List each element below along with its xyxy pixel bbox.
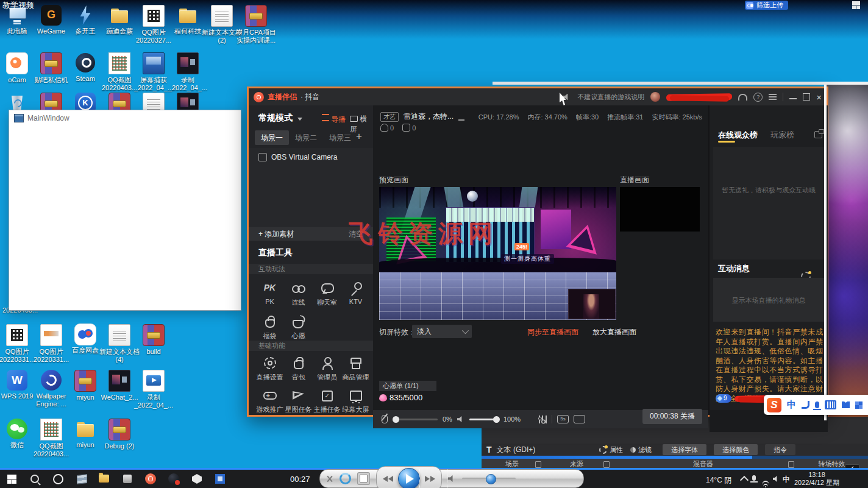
taskbar-pin-icon[interactable] bbox=[121, 472, 134, 486]
pen-icon[interactable] bbox=[802, 401, 809, 409]
tool-shop[interactable]: 商品管理 bbox=[341, 355, 370, 382]
keyboard-icon[interactable] bbox=[825, 400, 836, 409]
edit-pencil-icon[interactable] bbox=[458, 113, 464, 121]
rewind-button[interactable] bbox=[383, 476, 393, 482]
command-button[interactable]: 指令 bbox=[765, 444, 795, 455]
tab-online-audience[interactable]: 在线观众榜 bbox=[718, 130, 758, 140]
tray-volume-icon[interactable] bbox=[773, 476, 780, 482]
taskbar-cortana-icon[interactable] bbox=[51, 472, 65, 486]
service-icon[interactable] bbox=[738, 94, 747, 101]
scene-tab-3[interactable]: 场景三 bbox=[323, 130, 357, 145]
director-button[interactable]: 导播 bbox=[322, 114, 346, 125]
zoom-live-button[interactable]: 放大直播画面 bbox=[592, 327, 636, 338]
copy-icon[interactable] bbox=[535, 461, 541, 468]
maximize-button[interactable] bbox=[803, 93, 810, 101]
tool-link[interactable]: 连线 bbox=[284, 280, 313, 307]
tab-players[interactable]: 玩家榜 bbox=[770, 130, 794, 140]
stop-button[interactable] bbox=[360, 475, 368, 483]
tray-network-icon[interactable] bbox=[762, 481, 769, 488]
player-volume-slider[interactable] bbox=[462, 478, 516, 480]
app-titlebar[interactable]: 直播伴侣 · 抖音 不建议直播的游戏说明 ? × bbox=[249, 88, 827, 105]
wish-list-title[interactable]: 心愿单 (1/1) bbox=[379, 381, 436, 391]
desktop-icon-Debug (2)[interactable]: Debug (2) bbox=[98, 419, 141, 450]
transition-select[interactable]: 淡入 bbox=[412, 325, 472, 338]
avatar[interactable] bbox=[650, 92, 660, 102]
main-window-titlebar[interactable]: MainWindow bbox=[9, 110, 241, 126]
scene-tab-1[interactable]: 场景一 bbox=[255, 130, 289, 145]
add-material-button[interactable]: + 添加素材 bbox=[258, 229, 294, 239]
output-volume-slider[interactable] bbox=[469, 419, 499, 420]
player-volume-icon[interactable] bbox=[448, 475, 456, 482]
taskbar-folder-icon[interactable] bbox=[98, 472, 111, 486]
grid-icon[interactable] bbox=[852, 1, 860, 9]
skin-icon[interactable] bbox=[842, 401, 850, 408]
game-notice-link[interactable]: 不建议直播的游戏说明 bbox=[577, 93, 644, 102]
taskbar-live-icon[interactable] bbox=[144, 472, 157, 486]
preview-canvas[interactable]: 245! 测一测身高体重 bbox=[379, 187, 616, 320]
tray-expand-icon[interactable] bbox=[740, 476, 749, 484]
tool-gamepad[interactable]: 游戏推广 bbox=[255, 387, 284, 414]
tool-backpack[interactable]: 背包 bbox=[284, 355, 313, 382]
slider-knob[interactable] bbox=[393, 416, 399, 423]
ime-toolbar[interactable]: S 中 bbox=[764, 395, 868, 415]
slider-knob[interactable] bbox=[493, 416, 500, 423]
upload-pill-button[interactable]: 筛选上传 bbox=[745, 1, 788, 10]
mixer-icon[interactable] bbox=[539, 416, 547, 423]
desktop-icon-录制[interactable]: 录制 _2022_04_... bbox=[132, 370, 176, 409]
taskbar-appblue-icon[interactable] bbox=[213, 472, 227, 486]
tool-settings[interactable]: 直播设置 bbox=[255, 355, 284, 382]
tool-green-screen[interactable]: 绿幕大屏 bbox=[341, 387, 370, 414]
tool-lucky-bag[interactable]: 福袋 bbox=[255, 314, 284, 341]
taskbar-music-icon[interactable] bbox=[167, 472, 180, 486]
screen-record-icon[interactable] bbox=[574, 415, 585, 423]
select-color-button[interactable]: 选择颜色 bbox=[714, 444, 758, 455]
tool-admin[interactable]: 管理员 bbox=[313, 355, 341, 382]
mic-volume-slider[interactable] bbox=[393, 419, 438, 420]
obs-properties-button[interactable]: 属性 bbox=[599, 445, 623, 454]
scene-tab-2[interactable]: 场景二 bbox=[289, 130, 323, 145]
copy-icon[interactable] bbox=[603, 461, 610, 468]
volume-knob[interactable] bbox=[486, 474, 496, 484]
taskbar-stack-icon[interactable] bbox=[74, 472, 88, 486]
obs-filters-button[interactable]: 滤镜 bbox=[630, 445, 652, 454]
taskbar-start-icon[interactable] bbox=[5, 472, 18, 486]
copy-icon[interactable] bbox=[788, 461, 794, 468]
obs-source-row[interactable]: T 文本 (GDI+) 属性 滤镜 选择字体 选择颜色 指令 bbox=[482, 444, 868, 456]
ime-language-toggle[interactable]: 中 bbox=[787, 399, 796, 411]
taskbar-search-icon[interactable] bbox=[28, 472, 41, 486]
popout-icon[interactable] bbox=[814, 131, 822, 138]
tool-star-task[interactable]: 星图任务 bbox=[284, 387, 313, 414]
tool-wish-teapot[interactable]: 心愿 bbox=[284, 314, 313, 341]
tool-chat[interactable]: 聊天室 bbox=[313, 280, 341, 307]
tool-pk[interactable]: PK bbox=[255, 280, 284, 305]
taskbar-unity-icon[interactable] bbox=[190, 472, 204, 486]
main-window[interactable]: MainWindow bbox=[9, 110, 241, 311]
minimize-button[interactable] bbox=[789, 98, 797, 99]
speaker-icon[interactable] bbox=[457, 416, 464, 422]
sogou-logo-icon[interactable]: S bbox=[767, 398, 781, 412]
play-button[interactable] bbox=[398, 468, 420, 488]
mic-icon[interactable] bbox=[815, 401, 819, 408]
fast-forward-button[interactable] bbox=[425, 476, 435, 482]
muted-mic-icon[interactable] bbox=[382, 415, 388, 423]
player-loop-icon[interactable] bbox=[340, 473, 351, 484]
desktop-icon-岁月CPA项目[interactable]: 岁月CPA项目 实操内训课... bbox=[234, 5, 278, 44]
tray-mic-icon[interactable] bbox=[752, 475, 756, 481]
weather-widget[interactable]: 14°C 阴 bbox=[706, 475, 731, 486]
record-delay-icon[interactable]: 5s bbox=[557, 415, 569, 423]
player-tools-icon[interactable] bbox=[326, 475, 333, 483]
clock[interactable]: 13:18 2022/4/12 星期二 bbox=[794, 471, 840, 488]
sync-to-live-button[interactable]: 同步至直播画面 bbox=[527, 327, 578, 338]
menu-icon[interactable] bbox=[769, 94, 777, 95]
tool-task-calendar[interactable]: 主播任务 bbox=[313, 387, 341, 414]
tool-mic[interactable]: KTV bbox=[341, 280, 370, 305]
mode-dropdown[interactable]: 常规模式 bbox=[258, 113, 302, 124]
desktop-icon-录制[interactable]: 录制 _2022_04_... bbox=[166, 52, 210, 92]
toolbox-grid-icon[interactable] bbox=[855, 401, 863, 409]
add-scene-button[interactable]: + bbox=[356, 130, 362, 143]
select-font-button[interactable]: 选择字体 bbox=[663, 444, 706, 455]
desktop-icon-build[interactable]: build bbox=[132, 324, 176, 356]
live-output-canvas[interactable] bbox=[620, 187, 700, 232]
source-item-obs-camera[interactable]: OBS Virtual Camera bbox=[249, 148, 373, 161]
close-button[interactable]: × bbox=[816, 93, 822, 102]
